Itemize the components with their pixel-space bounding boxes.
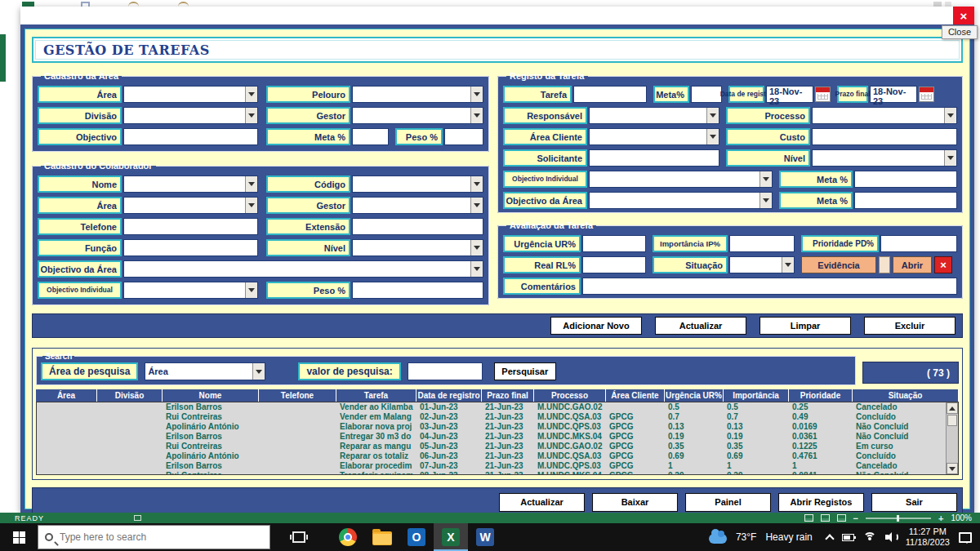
macro-record-icon[interactable] [134,515,141,521]
page-layout-view-icon[interactable] [821,514,830,522]
actualizar-button[interactable]: Actualizar [655,317,746,335]
scroll-down-icon[interactable] [947,463,958,474]
objectivo-area-combobox[interactable] [123,260,483,278]
custo-input[interactable] [812,128,957,145]
weather-desc[interactable]: Heavy rain [765,531,812,543]
table-row[interactable]: Apolinário António Reparar os totaliz 06… [37,451,958,461]
chevron-down-icon[interactable] [252,363,265,380]
chevron-down-icon[interactable] [944,150,956,166]
col-header[interactable]: Importância [724,389,789,402]
codigo-combobox[interactable] [352,176,483,193]
outlook-taskbar-button[interactable]: O [399,523,434,551]
chevron-down-icon[interactable] [470,240,483,256]
excel-taskbar-button[interactable]: X [434,523,468,551]
search-input[interactable] [60,531,239,543]
prazo-final-field[interactable]: 18-Nov-23 [870,86,917,103]
wifi-icon[interactable] [863,532,876,542]
peso-input[interactable] [444,128,483,145]
excluir-button[interactable]: Excluir [864,317,956,335]
funcao-input[interactable] [123,239,258,256]
taskbar-search[interactable] [38,525,270,549]
col-header[interactable]: Telefone [259,389,336,402]
delete-evidence-button[interactable]: × [934,256,952,273]
meta1-input[interactable] [854,171,957,188]
table-row[interactable]: Erilson Barros Vender ao Kilamba 01-Jun-… [37,402,958,412]
zoom-in-icon[interactable]: + [938,514,943,522]
solicitante-input[interactable] [589,149,719,167]
comentarios-input[interactable] [582,278,957,295]
col-header[interactable]: Processo [534,389,606,402]
form-titlebar[interactable]: × Close [20,7,974,24]
speaker-icon[interactable] [885,532,897,542]
chevron-down-icon[interactable] [245,282,257,298]
results-listbox[interactable]: Erilson Barros Vender ao Kilamba 01-Jun-… [36,402,959,475]
chevron-down-icon[interactable] [470,261,483,277]
bottom-actualizar-button[interactable]: Actualizar [499,493,585,512]
importancia-input[interactable] [729,235,795,252]
meta-input[interactable] [352,128,389,145]
objectivo-area-tarefa-combobox[interactable] [589,192,773,209]
peso-colab-input[interactable] [352,282,483,299]
col-header[interactable]: Urgência UR% [665,389,724,402]
col-header[interactable]: Tarefa [336,389,416,402]
scroll-thumb[interactable] [947,415,957,426]
processo-combobox[interactable] [812,107,957,124]
telefone-input[interactable] [123,218,258,235]
col-header[interactable]: Nome [163,389,259,402]
col-header[interactable]: Situação [853,389,959,402]
abrir-button[interactable]: Abrir [893,256,932,273]
nome-combobox[interactable] [123,176,258,193]
search-value-input[interactable] [408,362,483,380]
table-row[interactable]: Rui Contreiras Vender em Malang 02-Jun-2… [37,412,958,422]
area-colab-combobox[interactable] [123,197,258,214]
objectivo-individual-tarefa-combobox[interactable] [589,171,773,188]
word-taskbar-button[interactable]: W [468,523,502,551]
table-row[interactable]: Rui Contreiras Reparar as mangu 05-Jun-2… [37,442,958,451]
taskbar-clock[interactable]: 11:27 PM 11/18/2023 [906,527,950,548]
divisao-combobox[interactable] [123,107,258,124]
prioridade-input[interactable] [880,235,957,252]
page-break-view-icon[interactable] [837,514,846,522]
battery-icon[interactable] [842,534,854,541]
chevron-down-icon[interactable] [245,87,257,102]
urgencia-input[interactable] [582,235,646,252]
situacao-combobox[interactable] [729,256,795,273]
calendar-icon[interactable] [919,87,934,102]
chevron-down-icon[interactable] [245,198,257,213]
objectivo-input[interactable] [123,128,258,145]
weather-icon[interactable] [709,534,727,544]
start-button[interactable] [0,523,38,551]
zoom-level[interactable]: 100% [951,513,972,522]
chevron-down-icon[interactable] [470,176,483,192]
list-scrollbar[interactable] [946,402,958,474]
calendar-icon[interactable] [815,87,831,102]
chevron-down-icon[interactable] [245,108,257,123]
col-header[interactable]: Data de registro [416,389,482,402]
weather-temp[interactable]: 73°F [736,531,756,543]
zoom-out-icon[interactable]: − [853,514,858,522]
chevron-down-icon[interactable] [245,176,257,192]
abrir-registos-button[interactable]: Abrir Registos [778,493,864,512]
file-explorer-taskbar-button[interactable] [365,523,399,551]
persquisar-button[interactable]: Persquisar [494,362,556,380]
scroll-up-icon[interactable] [947,402,958,414]
action-center-icon[interactable] [959,532,972,543]
chevron-down-icon[interactable] [470,87,483,102]
tarefa-input[interactable] [573,86,647,103]
close-button[interactable]: × [953,7,974,24]
table-row[interactable]: Rui Contreiras Transferir equipam 08-Jun… [37,471,958,475]
table-row[interactable]: Erilson Barros Entregar 30 m3 do 04-Jun-… [37,432,958,442]
col-header[interactable]: Prioridade [789,389,853,402]
nivel-combobox[interactable] [352,239,483,256]
col-header[interactable]: Área [36,389,97,402]
chevron-down-icon[interactable] [760,193,772,208]
task-view-button[interactable] [282,523,316,551]
extensao-input[interactable] [352,218,483,235]
painel-button[interactable]: Painel [685,493,771,512]
limpar-button[interactable]: Limpar [760,317,851,335]
pelouro-combobox[interactable] [352,86,483,103]
real-input[interactable] [582,256,646,273]
chevron-down-icon[interactable] [760,171,772,187]
baixar-button[interactable]: Baixar [592,493,678,512]
sair-button[interactable]: Sair [871,493,957,512]
